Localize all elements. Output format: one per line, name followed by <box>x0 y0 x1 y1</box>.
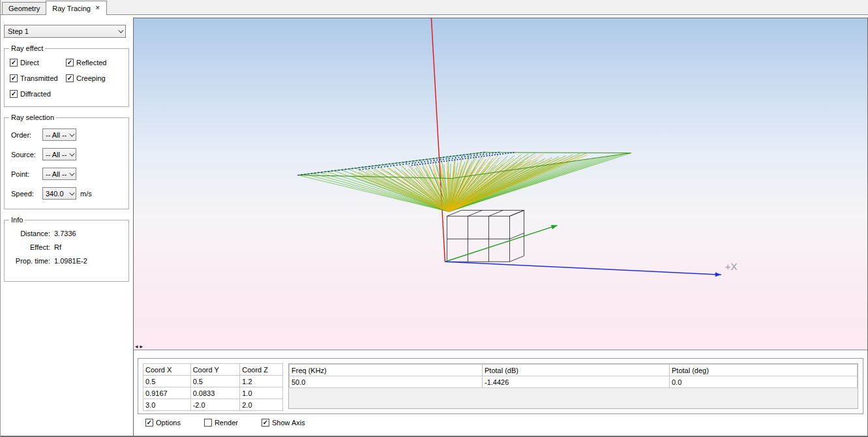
point-value: -- All -- <box>46 170 67 178</box>
table-cell[interactable]: 2.0 <box>240 399 283 411</box>
coord-table: Coord X Coord Y Coord Z 0.5 0.5 1.2 0.91… <box>143 363 283 411</box>
source-value: -- All -- <box>46 151 67 158</box>
group-title: Info <box>9 216 25 224</box>
tab-label: Geometry <box>8 5 40 12</box>
speed-select[interactable]: 340.0 <box>42 187 76 200</box>
tables-container: Coord X Coord Y Coord Z 0.5 0.5 1.2 0.91… <box>138 358 863 414</box>
chevron-down-icon <box>69 131 74 136</box>
checkbox-box[interactable]: ✓ <box>66 74 74 82</box>
column-header: Ptotal (deg) <box>670 365 858 376</box>
chevron-down-icon <box>69 190 74 195</box>
table-cell[interactable]: -2.0 <box>190 399 240 411</box>
step-selector[interactable]: Step 1 <box>4 25 126 38</box>
checkbox-label: Transmitted <box>20 74 58 82</box>
checkbox-box[interactable]: ✓ <box>262 419 269 427</box>
checkbox-box[interactable]: ✓ <box>66 59 74 67</box>
close-icon[interactable]: ✕ <box>95 5 100 11</box>
checkbox-box[interactable] <box>204 419 212 427</box>
table-cell[interactable]: 3.0 <box>143 399 191 411</box>
ray-tracing-scene: +X <box>134 18 867 350</box>
tab-label: Ray Tracing <box>52 5 91 12</box>
checkbox-diffracted[interactable]: ✓ Diffracted <box>10 90 66 98</box>
table-cell[interactable]: -1.4426 <box>483 376 670 388</box>
table-cell[interactable]: 0.0 <box>670 376 858 388</box>
column-header: Ptotal (dB) <box>483 365 670 376</box>
ray-effect-group: Ray effect ✓ Direct ✓ Reflected ✓ Transm… <box>4 48 129 107</box>
group-title: Ray effect <box>9 44 45 52</box>
table-cell[interactable]: 0.5 <box>143 376 191 387</box>
table-cell[interactable]: 0.5 <box>190 376 240 387</box>
checkbox-options[interactable]: ✓ Options <box>145 419 181 427</box>
group-title: Ray selection <box>9 113 56 121</box>
table-cell[interactable]: 0.9167 <box>143 387 191 399</box>
speed-value: 340.0 <box>46 190 64 198</box>
control-panel: Step 1 Ray effect ✓ Direct ✓ Reflected ✓… <box>1 18 133 437</box>
info-distance: Distance: 3.7336 <box>5 230 125 237</box>
checkbox-box[interactable]: ✓ <box>10 59 18 67</box>
order-label: Order: <box>11 131 42 139</box>
checkbox-reflected[interactable]: ✓ Reflected <box>66 59 125 67</box>
table-row[interactable]: 50.0 -1.4426 0.0 <box>290 376 858 388</box>
ray-selection-group: Ray selection Order: -- All -- Source: -… <box>4 117 129 209</box>
checkbox-label: Options <box>156 419 181 427</box>
table-row[interactable]: 3.0 -2.0 2.0 <box>143 399 283 411</box>
axis-x-label: +X <box>725 261 738 272</box>
checkbox-label: Show Axis <box>272 419 305 427</box>
table-cell[interactable]: 0.0833 <box>190 387 240 399</box>
result-table-area: Freq (KHz) Ptotal (dB) Ptotal (deg) 50.0… <box>288 363 858 409</box>
info-prop-time: Prop. time: 1.0981E-2 <box>5 257 125 265</box>
result-table: Freq (KHz) Ptotal (dB) Ptotal (deg) 50.0… <box>289 364 858 388</box>
column-header: Coord X <box>143 364 191 376</box>
checkbox-label: Render <box>215 419 238 427</box>
info-effect: Effect: Rf <box>5 243 125 251</box>
table-cell[interactable]: 50.0 <box>290 376 483 388</box>
column-header: Freq (KHz) <box>290 365 483 376</box>
tab-ray-tracing[interactable]: Ray Tracing ✕ <box>46 1 106 15</box>
viewport-3d[interactable]: +X ◂▸ <box>134 18 867 350</box>
checkbox-label: Diffracted <box>20 90 51 98</box>
tab-bar: Geometry Ray Tracing ✕ <box>1 0 868 15</box>
view-options: ✓ Options Render ✓ Show Axis <box>145 419 863 427</box>
checkbox-show-axis[interactable]: ✓ Show Axis <box>262 419 305 427</box>
point-label: Point: <box>11 170 42 178</box>
tab-geometry[interactable]: Geometry <box>2 2 46 14</box>
checkbox-label: Reflected <box>76 59 106 67</box>
point-select[interactable]: -- All -- <box>42 168 76 180</box>
order-value: -- All -- <box>46 131 67 139</box>
table-cell[interactable]: 1.0 <box>240 387 283 399</box>
checkbox-label: Creeping <box>76 74 106 82</box>
source-label: Source: <box>11 151 42 158</box>
scrollbar-arrows[interactable]: ◂▸ <box>135 343 145 350</box>
source-select[interactable]: -- All -- <box>42 148 76 160</box>
chevron-down-icon <box>69 151 74 156</box>
info-group: Info Distance: 3.7336 Effect: Rf Prop. t… <box>4 220 129 282</box>
table-row[interactable]: 0.5 0.5 1.2 <box>143 376 283 387</box>
column-header: Coord Z <box>240 364 283 376</box>
checkbox-box[interactable]: ✓ <box>10 74 18 82</box>
step-selector-value: Step 1 <box>8 27 29 35</box>
checkbox-box[interactable]: ✓ <box>145 419 153 427</box>
speed-label: Speed: <box>11 190 42 198</box>
checkbox-creeping[interactable]: ✓ Creeping <box>66 74 125 82</box>
main-area: +X ◂▸ Coord X Coord Y Coord Z 0.5 <box>133 18 868 437</box>
checkbox-label: Direct <box>20 59 39 67</box>
scroll-left-icon[interactable]: ◂ <box>135 343 140 350</box>
checkbox-box[interactable]: ✓ <box>10 90 18 98</box>
checkbox-render[interactable]: Render <box>204 419 238 427</box>
chevron-down-icon <box>69 170 74 175</box>
column-header: Coord Y <box>190 364 240 376</box>
table-row[interactable]: 0.9167 0.0833 1.0 <box>143 387 283 399</box>
checkbox-direct[interactable]: ✓ Direct <box>10 59 66 67</box>
order-select[interactable]: -- All -- <box>42 128 76 141</box>
scroll-right-icon[interactable]: ▸ <box>140 343 145 350</box>
table-cell[interactable]: 1.2 <box>240 376 283 387</box>
speed-unit: m/s <box>80 190 92 198</box>
chevron-down-icon <box>118 27 123 33</box>
results-panel: Coord X Coord Y Coord Z 0.5 0.5 1.2 0.91… <box>134 350 867 436</box>
checkbox-transmitted[interactable]: ✓ Transmitted <box>10 74 66 82</box>
